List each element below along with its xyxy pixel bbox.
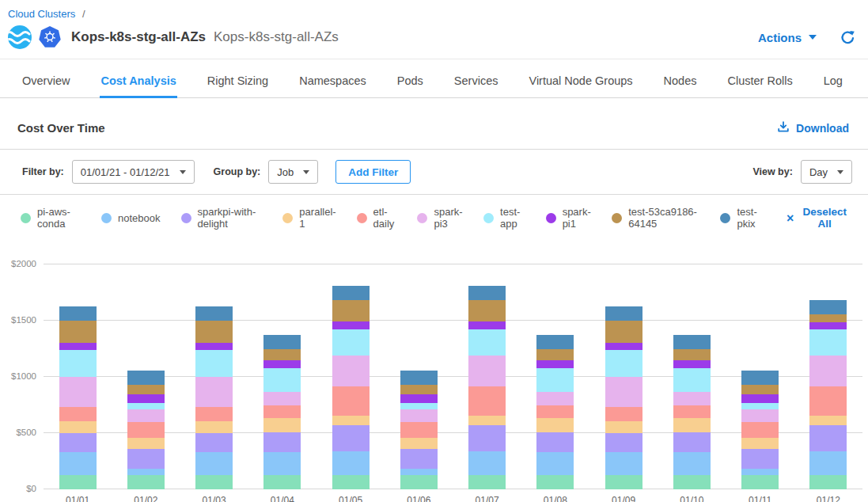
bar-segment-spark-pi3[interactable] [263, 392, 301, 405]
bar-segment-test-app[interactable] [263, 368, 301, 392]
bar-segment-sparkpi-with-delight[interactable] [263, 432, 301, 453]
bar-segment-test-app[interactable] [468, 329, 506, 356]
bar-segment-sparkpi-with-delight[interactable] [127, 449, 165, 469]
view-by-select[interactable]: Day [801, 160, 852, 184]
bar-segment-notebook[interactable] [195, 452, 233, 475]
bar-segment-pi-aws-conda[interactable] [195, 475, 233, 489]
bar-segment-pi-aws-conda[interactable] [536, 475, 574, 489]
bar-segment-pi-aws-conda[interactable] [59, 475, 97, 489]
tab-pods[interactable]: Pods [396, 59, 424, 97]
legend-item-notebook[interactable]: notebook [101, 212, 161, 224]
bar-segment-test-53ca9186-64145[interactable] [536, 349, 574, 359]
bar-segment-test-pkix[interactable] [536, 335, 574, 350]
bar-segment-sparkpi-with-delight[interactable] [741, 449, 779, 469]
legend-item-pi-aws-conda[interactable]: pi-aws-conda [21, 206, 81, 230]
stacked-bar-01/11[interactable] [741, 371, 779, 489]
tab-cost-analysis[interactable]: Cost Analysis [100, 59, 176, 98]
bar-segment-test-53ca9186-64145[interactable] [468, 300, 506, 322]
bar-segment-sparkpi-with-delight[interactable] [673, 432, 711, 453]
tab-overview[interactable]: Overview [21, 59, 70, 97]
bar-segment-notebook[interactable] [741, 469, 779, 476]
stacked-bar-01/12[interactable] [809, 300, 847, 489]
tab-namespaces[interactable]: Namespaces [298, 59, 367, 97]
legend-item-spark-pi3[interactable]: spark-pi3 [417, 206, 463, 230]
bar-segment-test-pkix[interactable] [468, 286, 506, 300]
bar-segment-test-app[interactable] [673, 368, 711, 392]
tab-services[interactable]: Services [453, 59, 499, 97]
download-button[interactable]: Download [777, 120, 849, 135]
bar-segment-test-53ca9186-64145[interactable] [809, 314, 847, 322]
bar-segment-sparkpi-with-delight[interactable] [400, 449, 438, 469]
bar-segment-parallel-1[interactable] [263, 418, 301, 432]
bar-segment-parallel-1[interactable] [673, 418, 711, 432]
bar-segment-test-53ca9186-64145[interactable] [332, 300, 370, 322]
stacked-bar-01/05[interactable] [332, 286, 370, 489]
bar-segment-test-pkix[interactable] [127, 371, 165, 385]
bar-segment-spark-pi1[interactable] [468, 321, 506, 329]
bar-segment-spark-pi1[interactable] [741, 394, 779, 403]
bar-segment-test-53ca9186-64145[interactable] [605, 321, 642, 343]
bar-segment-test-53ca9186-64145[interactable] [195, 321, 233, 343]
bar-segment-pi-aws-conda[interactable] [605, 475, 642, 489]
bar-segment-parallel-1[interactable] [400, 438, 438, 449]
bar-segment-sparkpi-with-delight[interactable] [809, 425, 847, 451]
bar-segment-notebook[interactable] [263, 452, 301, 475]
stacked-bar-01/10[interactable] [673, 335, 711, 489]
bar-segment-test-pkix[interactable] [59, 306, 97, 321]
bar-segment-test-pkix[interactable] [741, 371, 779, 385]
add-filter-button[interactable]: Add Filter [335, 160, 411, 184]
bar-segment-test-pkix[interactable] [195, 306, 233, 321]
bar-segment-notebook[interactable] [332, 451, 370, 475]
refresh-icon[interactable] [840, 30, 855, 45]
bar-segment-spark-pi3[interactable] [59, 377, 97, 407]
bar-segment-parallel-1[interactable] [536, 418, 574, 432]
bar-segment-test-app[interactable] [127, 403, 165, 409]
bar-segment-spark-pi3[interactable] [332, 356, 370, 386]
bar-segment-spark-pi1[interactable] [809, 322, 847, 329]
bar-segment-spark-pi3[interactable] [468, 356, 506, 386]
bar-segment-test-53ca9186-64145[interactable] [263, 349, 301, 359]
bar-segment-test-pkix[interactable] [809, 300, 847, 314]
bar-segment-notebook[interactable] [809, 451, 847, 475]
bar-segment-etl-daily[interactable] [741, 422, 779, 437]
bar-segment-etl-daily[interactable] [332, 386, 370, 416]
bar-segment-test-app[interactable] [536, 368, 574, 392]
bar-segment-test-53ca9186-64145[interactable] [741, 385, 779, 394]
bar-segment-sparkpi-with-delight[interactable] [468, 425, 506, 452]
bar-segment-spark-pi3[interactable] [673, 392, 711, 405]
stacked-bar-01/08[interactable] [536, 335, 574, 489]
bar-segment-pi-aws-conda[interactable] [127, 475, 165, 489]
bar-segment-etl-daily[interactable] [605, 407, 642, 421]
legend-item-etl-daily[interactable]: etl-daily [357, 206, 397, 230]
stacked-bar-01/07[interactable] [468, 286, 506, 489]
bar-segment-spark-pi3[interactable] [400, 409, 438, 422]
tab-log[interactable]: Log [823, 59, 843, 97]
bar-segment-parallel-1[interactable] [59, 421, 97, 433]
bar-segment-spark-pi1[interactable] [536, 360, 574, 368]
legend-item-test-app[interactable]: test-app [483, 206, 525, 230]
bar-segment-sparkpi-with-delight[interactable] [332, 425, 370, 452]
bar-segment-test-pkix[interactable] [332, 286, 370, 300]
bar-segment-test-app[interactable] [332, 329, 370, 356]
stacked-bar-01/06[interactable] [400, 371, 438, 489]
bar-segment-etl-daily[interactable] [809, 386, 847, 416]
legend-item-parallel-1[interactable]: parallel-1 [282, 206, 335, 230]
stacked-bar-01/03[interactable] [195, 306, 233, 489]
bar-segment-notebook[interactable] [468, 451, 506, 475]
bar-segment-parallel-1[interactable] [195, 421, 233, 433]
stacked-bar-01/02[interactable] [127, 371, 165, 489]
bar-segment-notebook[interactable] [400, 469, 438, 476]
bar-segment-sparkpi-with-delight[interactable] [536, 432, 574, 453]
legend-item-test-pkix[interactable]: test-pkix [720, 206, 763, 230]
bar-segment-spark-pi3[interactable] [809, 356, 847, 386]
bar-segment-etl-daily[interactable] [400, 422, 438, 437]
bar-segment-spark-pi1[interactable] [59, 343, 97, 350]
bar-segment-test-app[interactable] [400, 403, 438, 409]
bar-segment-sparkpi-with-delight[interactable] [195, 433, 233, 452]
bar-segment-spark-pi3[interactable] [605, 377, 642, 407]
bar-segment-test-app[interactable] [605, 350, 642, 377]
bar-segment-parallel-1[interactable] [809, 416, 847, 426]
bar-segment-notebook[interactable] [127, 469, 165, 476]
bar-segment-test-53ca9186-64145[interactable] [400, 385, 438, 394]
bar-segment-etl-daily[interactable] [263, 405, 301, 418]
